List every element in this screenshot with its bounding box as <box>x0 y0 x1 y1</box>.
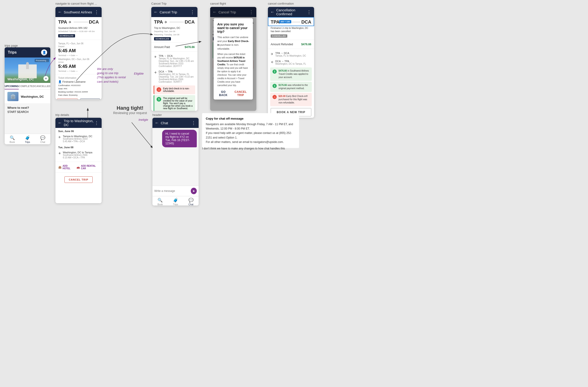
car-icon: 🚗 <box>76 165 80 169</box>
arrive-terminal: Terminal — • Gate — <box>55 69 102 73</box>
screen-trip-details: ← Trip to Washington, DC ⋮ Sun, June 06 … <box>55 118 102 203</box>
nav-chat[interactable]: 💬 Chat <box>35 134 50 144</box>
back-arrow-2-icon[interactable]: ← <box>154 10 158 15</box>
td-flight1-route: Tampa to Washington, DC <box>63 135 92 138</box>
label-cancel-trip: Cancel Trip <box>151 2 167 5</box>
trip-info: Washington, DC <box>21 95 48 98</box>
trip-list-item[interactable]: 🏛️ Washington, DC <box>5 90 50 104</box>
confirm-cancel-button[interactable]: CANCEL TRIP <box>232 90 249 97</box>
go-back-button[interactable]: GO BACK <box>217 90 229 97</box>
refund-card-1: $ $476.66 in Southwest Airlines Travel C… <box>270 67 312 81</box>
more-options-2-icon[interactable]: ⋮ <box>190 9 195 15</box>
td-more-icon[interactable]: ⋮ <box>94 120 99 126</box>
leg2-row: ✈ DCA → TPA Washington, DC to Tampa, FL … <box>151 69 197 84</box>
book-icon: 🔍 <box>10 135 15 140</box>
td-date1: Sun, June 06 <box>55 128 102 133</box>
start-search-link[interactable]: START SEARCH <box>7 110 48 114</box>
amount-paid-value: $476.66 <box>185 45 195 49</box>
more-options-icon[interactable]: ⋮ <box>94 9 99 15</box>
td-cancel-trip-button[interactable]: CANCEL TRIP <box>64 176 93 183</box>
reviewing-text: Reviewing your request <box>113 111 147 115</box>
s4-leg2-icon: ✈ <box>271 60 273 64</box>
chat-book-label: Book <box>158 203 163 205</box>
schedule-info: Scheduled 7:25 AM — 8:30 AM • 4h 5m <box>55 30 102 33</box>
account-icon[interactable]: 👤 <box>41 49 47 55</box>
screen-cancel-flight: ← Cancel Trip ⋮ TPA ✈ DCA Trip to Washin… <box>210 7 256 111</box>
refund3-text: $20.00 Early Bird Check-in® purchased fo… <box>278 95 310 104</box>
seat: Seat: ##X <box>55 87 102 90</box>
eligible-annotation: Eligible <box>134 72 144 76</box>
screen-flight-detail: ← Southwest Airlines ⋮ TPA ✈ DCA Soutwes… <box>55 7 102 99</box>
chat-nav-trips[interactable]: 🧳 Trips <box>168 196 183 205</box>
td-flight1: ✈ Tampa to Washington, DC Southwest Airl… <box>55 133 102 144</box>
where-next-title: Where to next? <box>7 106 48 109</box>
only-trip-annotation: We are onlygoing to use trip(This applie… <box>97 67 126 84</box>
td-title: Trip to Washington, DC <box>64 119 94 127</box>
arrive-time: 5:45 AM <box>55 63 102 69</box>
td-flight2-time: 6:10 AM • DCA—TPA <box>63 156 92 159</box>
tab-completed[interactable]: COMPLETED <box>19 83 35 89</box>
trip-destination: Washington, DC <box>21 95 48 98</box>
route-from: TPA <box>58 20 67 25</box>
cancel-trip-button[interactable]: CANCEL TRIP <box>57 99 78 99</box>
bottom-nav: 🔍 Book 🧳 Trips 💬 Chat <box>5 134 50 144</box>
nav-trips[interactable]: 🧳 Trips <box>20 134 35 144</box>
screen2-title: Cancel Trip <box>160 10 190 14</box>
hang-tight-section: Hang tight! Reviewing your request <box>113 105 147 115</box>
chat-input[interactable] <box>154 189 189 193</box>
add-hotel-label: ADD HOTEL <box>63 165 74 170</box>
amount-paid-row: Amount Paid $476.66 <box>151 44 197 50</box>
booking-num: Booking number: #XXXX-X#### <box>55 90 102 94</box>
s4-route-to: DCA <box>301 20 311 25</box>
chat-back-icon[interactable]: ← <box>155 121 159 125</box>
screen1-route: TPA ✈ DCA <box>55 17 102 26</box>
td-flight2-airline: Southwest Airlines 2566 <box>63 154 92 156</box>
modify-trip-button[interactable]: MODIFY TRIP <box>80 99 100 99</box>
back-arrow-icon[interactable]: ← <box>58 10 62 15</box>
more-options-4-icon[interactable]: ⋮ <box>307 9 312 15</box>
s4-amount-value: $476.66 <box>301 43 311 46</box>
hotel-icon: 🏨 <box>58 165 62 169</box>
nav-trips-label: Trips <box>25 141 30 143</box>
nav-book[interactable]: 🔍 Book <box>5 134 20 144</box>
td-plane2-icon: ✈ <box>58 151 61 155</box>
user-chat-bubble: Hi, I need to cancel my flight to XYZ on… <box>162 130 197 147</box>
td-flight2-route: Washington, DC to Tampa <box>63 151 92 154</box>
tab-cancelled[interactable]: CANCELLED <box>35 83 50 89</box>
hero-city: Washington, DC <box>7 77 34 81</box>
arrive-location: Washington, DC • Sun, Jun 06 <box>55 57 102 61</box>
refund-card-2: $ $176.66 was refunded to the original p… <box>270 82 312 92</box>
status-badge: SCHEDULED <box>58 34 75 37</box>
label-trips-page: trips page <box>5 44 18 47</box>
trips-hero: Washington, DC Processing... + <box>5 58 50 83</box>
leg1-plane-icon: ✈ <box>154 55 157 59</box>
td-date2: Tue, June 08 <box>55 144 102 150</box>
chat-icon: 💬 <box>40 135 45 140</box>
add-rental-car-button[interactable]: 🚗 ADD RENTAL CAR <box>76 165 99 170</box>
screen2-header: ← Cancel Trip ⋮ <box>151 7 197 17</box>
tab-upcoming[interactable]: UPCOMING <box>5 83 19 89</box>
chat-nav-chat[interactable]: 💬 Chat <box>183 196 199 205</box>
nav-book-label: Book <box>10 141 15 143</box>
td-back-icon[interactable]: ← <box>58 121 62 125</box>
send-button[interactable]: ➤ <box>191 188 197 194</box>
chat-more-icon[interactable]: ⋮ <box>191 120 196 126</box>
copy-section: Copy for chat off message Navigators are… <box>202 113 299 148</box>
screen1-header: ← Southwest Airlines ⋮ <box>55 7 102 17</box>
back-arrow-4-icon[interactable]: ← <box>270 10 274 15</box>
label-cancel-confirmation: cancel confirmation <box>268 2 294 5</box>
chat-trips-label: Trips <box>173 203 178 205</box>
chat-nav-book[interactable]: 🔍 Book <box>152 196 168 205</box>
refund1-icon: $ <box>273 69 277 74</box>
s4-leg2: ✈ DCA → TPA Washington, DC to Tampa, FL <box>268 59 314 66</box>
chat-trips-icon: 🧳 <box>173 198 178 203</box>
add-hotel-button[interactable]: 🏨 ADD HOTEL <box>58 165 74 170</box>
cancel-dialog: Are you sure you want to cancel your tri… <box>214 18 253 100</box>
airline-info: Soutwest Airlines WN 182 <box>55 26 102 30</box>
arrive-sub: Arrive <box>55 61 102 63</box>
add-icon[interactable]: + <box>43 76 48 81</box>
s2-status-badge: SCHEDULED <box>154 37 171 41</box>
route-to: DCA <box>89 20 99 25</box>
chat-book-icon: 🔍 <box>158 198 163 203</box>
s2-trip-name: Trip to Washington, DC <box>151 26 197 30</box>
